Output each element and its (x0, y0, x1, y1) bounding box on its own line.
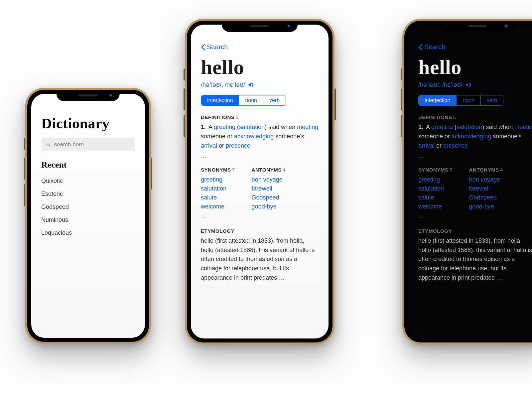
synonyms-column: SYNONYMS7 greeting salutation salute wel… (418, 167, 453, 220)
pos-tab-noun[interactable]: noun (457, 95, 481, 105)
back-label: Search (207, 43, 228, 51)
antonym-item[interactable]: good-bye (252, 202, 286, 211)
chevron-left-icon (201, 44, 205, 51)
etymology-more[interactable]: … (496, 274, 502, 281)
phone-notch (57, 90, 120, 101)
antonyms-column: ANTONYMS4 bon voyage farewell Godspeed g… (469, 167, 503, 220)
antonyms-heading: ANTONYMS4 (469, 167, 503, 173)
pos-tab-verb[interactable]: verb (481, 95, 503, 105)
synonym-item[interactable]: greeting (201, 175, 235, 184)
antonym-item[interactable]: farewell (252, 184, 286, 193)
front-camera (504, 24, 508, 28)
chevron-left-icon (418, 44, 423, 51)
etymology-section: ETYMOLOGY hello (first attested in 1833)… (418, 228, 532, 283)
front-camera (287, 24, 291, 28)
etymology-heading: ETYMOLOGY (201, 228, 319, 234)
link-acknowledging[interactable]: acknowledging (234, 133, 274, 140)
antonym-item[interactable]: good-bye (469, 202, 503, 211)
part-of-speech-segments: interjection noun verb (418, 95, 503, 106)
definitions-more[interactable]: … (418, 153, 532, 160)
phone-definition-dark: Search hello /həˈləʊ/, /hɛˈləʊ/ interjec… (402, 19, 532, 344)
synonym-item[interactable]: welcome (201, 202, 235, 211)
link-presence[interactable]: presence (443, 142, 468, 149)
svg-point-0 (47, 143, 49, 146)
recent-list: Quixotic Esoteric Godspeed Numinous Loqu… (41, 175, 135, 239)
definition-1: 1. A greeting (salutation) said when mee… (201, 123, 319, 151)
recent-item[interactable]: Numinous (41, 213, 135, 226)
link-arrival[interactable]: arrival (418, 142, 435, 149)
phone-search-light: Dictionary Recent Quixotic Esoteric Gods… (25, 88, 151, 344)
part-of-speech-segments: interjection noun verb (201, 95, 286, 106)
speaker-icon[interactable] (248, 82, 254, 88)
definitions-heading: DEFINITIONS5 (201, 114, 319, 120)
back-button[interactable]: Search (418, 43, 532, 51)
synonyms-column: SYNONYMS7 greeting salutation salute wel… (201, 167, 235, 220)
recent-item[interactable]: Quixotic (41, 175, 135, 188)
definitions-more[interactable]: … (201, 153, 319, 160)
etymology-section: ETYMOLOGY hello (first attested in 1833)… (201, 228, 319, 283)
pronunciation-row: /həˈləʊ/, /hɛˈləʊ/ (201, 81, 319, 88)
antonym-item[interactable]: Godspeed (252, 193, 286, 202)
antonym-item[interactable]: bon voyage (252, 175, 286, 184)
recent-item[interactable]: Godspeed (41, 200, 135, 213)
etymology-more[interactable]: … (279, 274, 285, 281)
pronunciation-text: /həˈləʊ/, /hɛˈləʊ/ (418, 81, 463, 88)
speaker-icon[interactable] (465, 82, 471, 88)
pronunciation-text: /həˈləʊ/, /hɛˈləʊ/ (201, 81, 245, 88)
synonyms-more[interactable]: … (418, 211, 453, 220)
definition-number: 1. (418, 124, 423, 130)
definition-screen-dark: Search hello /həˈləʊ/, /hɛˈləʊ/ interjec… (408, 25, 532, 338)
pos-tab-interjection[interactable]: interjection (201, 95, 239, 105)
svg-line-1 (49, 145, 50, 147)
pos-tab-verb[interactable]: verb (263, 95, 286, 105)
speaker-grille (468, 25, 486, 27)
link-meeting[interactable]: meeting (297, 124, 318, 130)
etymology-heading: ETYMOLOGY (418, 228, 532, 234)
antonyms-heading: ANTONYMS4 (252, 167, 286, 173)
synonym-item[interactable]: salutation (201, 184, 235, 193)
antonym-item[interactable]: bon voyage (469, 175, 503, 184)
synonym-item[interactable]: salute (201, 193, 235, 202)
synonym-item[interactable]: salute (418, 193, 453, 202)
search-icon (46, 142, 51, 147)
search-screen: Dictionary Recent Quixotic Esoteric Gods… (31, 94, 145, 338)
etymology-body: hello (first attested in 1833), from hol… (201, 236, 319, 283)
link-salutation[interactable]: salutation (239, 124, 265, 130)
synonym-item[interactable]: salutation (418, 184, 453, 193)
back-button[interactable]: Search (201, 43, 319, 51)
phone-definition-light: Search hello /həˈləʊ/, /hɛˈləʊ/ interjec… (185, 19, 334, 344)
synonyms-heading: SYNONYMS7 (418, 167, 453, 173)
recent-item[interactable]: Loquacious (41, 226, 135, 239)
definition-number: 1. (201, 124, 206, 130)
etymology-body: hello (first attested in 1833), from hol… (418, 236, 532, 283)
synonym-item[interactable]: welcome (418, 202, 453, 211)
link-acknowledging[interactable]: acknowledging (452, 133, 491, 140)
speaker-grille (79, 94, 97, 96)
link-meeting[interactable]: meeting (514, 124, 532, 130)
recent-item[interactable]: Esoteric (41, 188, 135, 200)
pos-tab-noun[interactable]: noun (239, 95, 263, 105)
definition-screen: Search hello /həˈləʊ/, /hɛˈləʊ/ interjec… (191, 25, 329, 338)
antonym-item[interactable]: Godspeed (469, 193, 503, 202)
link-presence[interactable]: presence (226, 142, 250, 149)
speaker-grille (250, 25, 269, 27)
headword: hello (418, 56, 532, 79)
link-salutation[interactable]: salutation (457, 124, 482, 130)
recent-heading: Recent (41, 160, 135, 170)
synonym-item[interactable]: greeting (418, 175, 453, 184)
link-arrival[interactable]: arrival (201, 142, 217, 149)
search-input-container[interactable] (41, 138, 135, 151)
synonyms-more[interactable]: … (201, 211, 235, 220)
definition-1: 1. A greeting (salutation) said when mee… (418, 123, 532, 151)
antonyms-column: ANTONYMS4 bon voyage farewell Godspeed g… (252, 167, 286, 220)
phone-notch (222, 21, 298, 32)
app-title: Dictionary (41, 115, 135, 132)
back-label: Search (424, 43, 445, 51)
pos-tab-interjection[interactable]: interjection (419, 95, 457, 105)
link-greeting[interactable]: greeting (214, 124, 235, 130)
front-camera (109, 93, 113, 97)
antonym-item[interactable]: farewell (469, 184, 503, 193)
synonyms-heading: SYNONYMS7 (201, 167, 235, 173)
link-greeting[interactable]: greeting (431, 124, 453, 130)
search-input[interactable] (54, 141, 130, 148)
